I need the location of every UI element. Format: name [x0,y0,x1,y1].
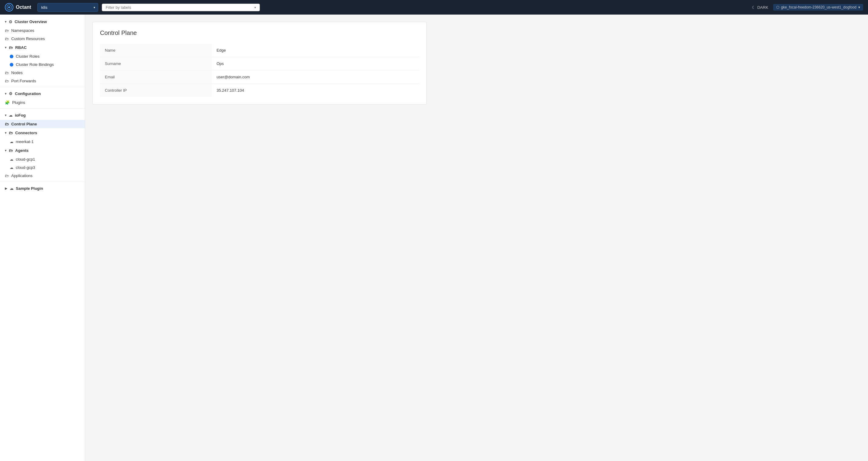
sample-plugin-chevron-icon: ▶ [5,187,7,190]
sidebar-item-cluster-role-bindings[interactable]: Cluster Role Bindings [0,60,85,69]
custom-resources-folder-icon: 🗁 [5,36,9,41]
cluster-role-bindings-dot-icon [10,63,13,67]
sample-plugin-label: Sample Plugin [16,186,43,191]
sidebar-item-sample-plugin[interactable]: ▶ ☁ Sample Plugin [0,184,85,193]
namespaces-folder-icon: 🗁 [5,28,9,33]
cloud-gcp3-icon: ☁ [10,166,13,170]
app-body: ▾ ⊙ Cluster Overview 🗁 Namespaces 🗁 Cust… [0,14,868,461]
configuration-gear-icon: ⚙ [9,91,12,96]
value-email: user@domain.com [212,70,420,84]
agents-folder-icon: 🗁 [9,148,13,153]
header-right: ☾ DARK ⬡ gke_focal-freedom-236620_us-wes… [752,4,863,11]
cluster-roles-label: Cluster Roles [16,54,39,59]
meerkat-cloud-icon: ☁ [10,140,13,144]
filter-chevron-icon: ▾ [254,6,256,9]
plugins-label: Plugins [12,100,25,105]
filter-labels-area[interactable]: ▾ [102,4,260,11]
dark-mode-label: DARK [757,5,768,10]
label-controller-ip: Controller IP [100,84,212,97]
sidebar-item-nodes[interactable]: 🗁 Nodes [0,69,85,77]
nodes-label: Nodes [11,70,23,75]
label-email: Email [100,70,212,84]
configuration-label: Configuration [15,91,41,96]
logo-area: Octant [5,3,31,11]
main-content: Control Plane Name Edge Surname Ops Emai… [85,14,868,461]
value-surname: Ops [212,57,420,70]
sidebar-item-applications[interactable]: 🗁 Applications [0,172,85,180]
cluster-role-bindings-label: Cluster Role Bindings [16,62,54,67]
connectors-chevron-icon: ▾ [5,131,6,135]
sidebar-item-namespaces[interactable]: 🗁 Namespaces [0,26,85,35]
octant-logo-icon [5,3,13,11]
cluster-icon: ⊙ [9,20,12,24]
table-row: Name Edge [100,44,419,57]
port-forwards-folder-icon: 🗁 [5,79,9,83]
label-name: Name [100,44,212,57]
cluster-roles-dot-icon [10,55,13,58]
control-plane-label: Control Plane [11,122,37,126]
sidebar-item-cluster-roles[interactable]: Cluster Roles [0,52,85,60]
context-text: gke_focal-freedom-236620_us-west1_dogfoo… [781,5,857,9]
cloud-gcp1-label: cloud-gcp1 [16,157,35,162]
meerkat-label: meerkat-1 [16,139,34,144]
sample-plugin-cloud-icon: ☁ [10,187,13,191]
cloud-gcp1-icon: ☁ [10,157,13,162]
sidebar-item-meerkat[interactable]: ☁ meerkat-1 [0,138,85,146]
port-forwards-label: Port Forwards [11,79,36,83]
agents-chevron-icon: ▾ [5,149,6,152]
sidebar-item-cloud-gcp3[interactable]: ☁ cloud-gcp3 [0,163,85,172]
cluster-overview-chevron-icon: ▾ [5,20,6,23]
sidebar-divider-1 [0,87,85,87]
namespaces-label: Namespaces [11,28,34,33]
k8s-namespace-selector[interactable]: k8s ▾ [37,3,98,12]
dark-mode-toggle[interactable]: ☾ DARK [752,5,768,10]
sidebar-item-agents[interactable]: ▾ 🗁 Agents [0,146,85,155]
table-row: Email user@domain.com [100,70,419,84]
cluster-overview-label: Cluster Overview [14,20,47,24]
applications-folder-icon: 🗁 [5,173,9,178]
control-plane-card: Control Plane Name Edge Surname Ops Emai… [92,22,427,104]
sidebar-divider-2 [0,108,85,109]
applications-label: Applications [11,173,33,178]
table-row: Surname Ops [100,57,419,70]
sidebar-item-plugins[interactable]: 🧩 Plugins [0,98,85,107]
context-icon: ⬡ [776,5,779,9]
control-plane-table: Name Edge Surname Ops Email user@domain.… [100,44,419,97]
iofog-cloud-icon: ☁ [9,113,12,118]
filter-labels-input[interactable] [106,5,254,10]
configuration-chevron-icon: ▾ [5,92,6,95]
svg-point-2 [8,6,10,8]
sidebar-item-connectors[interactable]: ▾ 🗁 Connectors [0,128,85,138]
sidebar-item-configuration[interactable]: ▾ ⚙ Configuration [0,89,85,98]
table-row: Controller IP 35.247.107.104 [100,84,419,97]
sidebar-item-cluster-overview[interactable]: ▾ ⊙ Cluster Overview [0,17,85,26]
rbac-chevron-icon: ▾ [5,46,6,49]
sidebar-item-custom-resources[interactable]: 🗁 Custom Resources [0,35,85,43]
nodes-folder-icon: 🗁 [5,70,9,75]
app-header: Octant k8s ▾ ▾ ☾ DARK ⬡ gke_focal-freedo… [0,0,868,14]
rbac-folder-icon: 🗁 [9,45,13,50]
value-controller-ip: 35.247.107.104 [212,84,420,97]
custom-resources-label: Custom Resources [11,36,45,41]
table-body: Name Edge Surname Ops Email user@domain.… [100,44,419,97]
agents-label: Agents [15,148,29,153]
sidebar-divider-3 [0,182,85,182]
cloud-gcp3-label: cloud-gcp3 [16,165,35,170]
context-selector[interactable]: ⬡ gke_focal-freedom-236620_us-west1_dogf… [773,4,863,11]
sidebar-item-cloud-gcp1[interactable]: ☁ cloud-gcp1 [0,155,85,163]
sidebar-item-control-plane[interactable]: 🗁 Control Plane [0,120,85,128]
context-chevron-icon: ▾ [858,5,860,9]
rbac-label: RBAC [15,45,27,50]
sidebar-item-rbac[interactable]: ▾ 🗁 RBAC [0,43,85,52]
iofog-label: ioFog [15,113,26,118]
iofog-chevron-icon: ▾ [5,113,6,117]
sidebar: ▾ ⊙ Cluster Overview 🗁 Namespaces 🗁 Cust… [0,14,85,461]
sidebar-item-port-forwards[interactable]: 🗁 Port Forwards [0,77,85,85]
plugins-puzzle-icon: 🧩 [5,100,10,105]
logo-text: Octant [16,5,31,10]
value-name: Edge [212,44,420,57]
content-card-title: Control Plane [100,29,419,36]
connectors-folder-icon: 🗁 [9,131,13,135]
k8s-select[interactable]: k8s [37,3,98,12]
sidebar-item-iofog[interactable]: ▾ ☁ ioFog [0,110,85,120]
